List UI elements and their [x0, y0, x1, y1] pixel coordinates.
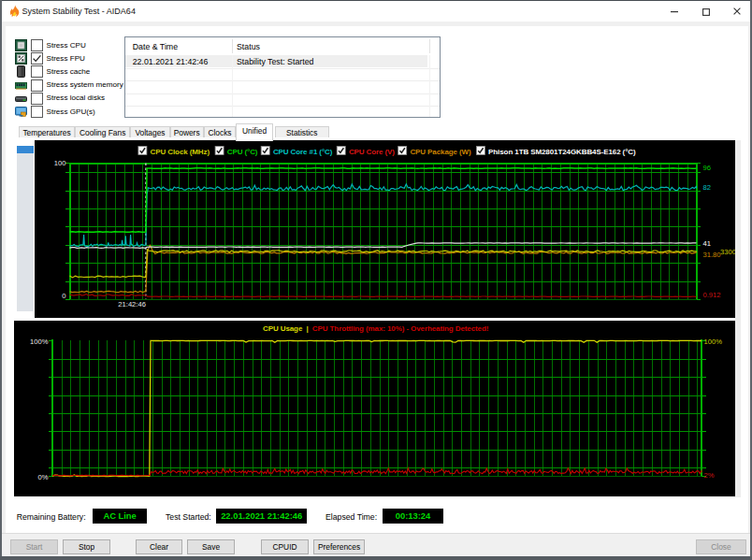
- svg-text:100%: 100%: [30, 337, 49, 346]
- svg-text:2%: 2%: [704, 471, 715, 480]
- svg-text:21:42:46: 21:42:46: [118, 299, 146, 308]
- svg-text:CPU (°C): CPU (°C): [226, 147, 257, 155]
- svg-text:CPU Usage | CPU Throttling (: CPU Usage | CPU Throttling (max: 10%) - …: [263, 324, 488, 333]
- svg-text:CPU Core #1 (°C): CPU Core #1 (°C): [272, 147, 332, 155]
- svg-text:100%: 100%: [704, 337, 723, 346]
- svg-text:Phison 1TB SM2801T24GKBB4S-E16: Phison 1TB SM2801T24GKBB4S-E162 (°C): [488, 147, 636, 155]
- svg-text:100: 100: [53, 158, 65, 166]
- svg-text:82: 82: [702, 183, 710, 192]
- svg-text:0: 0: [62, 291, 65, 299]
- svg-text:3300: 3300: [720, 248, 736, 256]
- svg-text:0%: 0%: [38, 473, 49, 481]
- svg-text:CPU Package (W): CPU Package (W): [410, 147, 471, 155]
- svg-text:96: 96: [702, 164, 710, 172]
- svg-text:41: 41: [702, 239, 710, 248]
- svg-text:31.80: 31.80: [702, 250, 720, 258]
- svg-text:CPU Clock (MHz): CPU Clock (MHz): [150, 147, 210, 155]
- svg-text:0.912: 0.912: [702, 291, 720, 299]
- svg-text:CPU Core (V): CPU Core (V): [348, 147, 394, 155]
